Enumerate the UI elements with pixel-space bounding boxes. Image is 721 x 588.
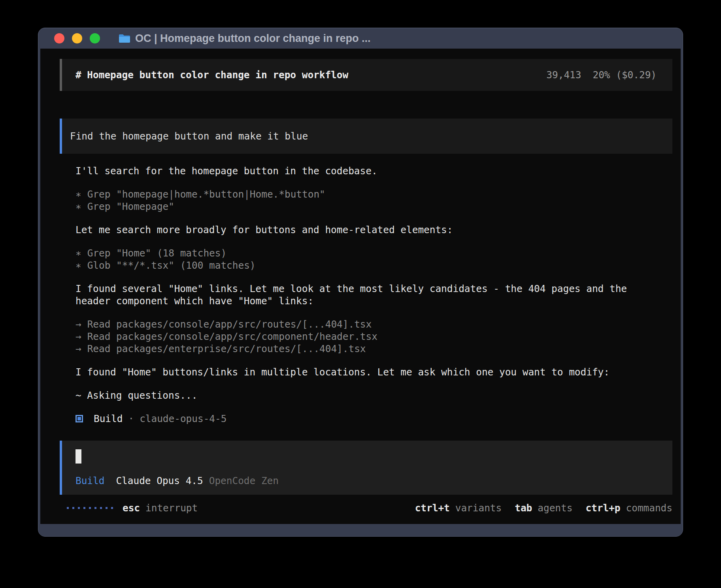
hint-key: esc [123, 502, 140, 514]
status-bar-right: ctrl+t variants tab agents ctrl+p comman… [415, 502, 672, 514]
spinner-dot [106, 507, 108, 509]
tool-call-line: → Read packages/console/app/src/routes/[… [75, 318, 672, 330]
tool-bullet-icon: ∗ [75, 188, 81, 200]
tool-call-line: → Read packages/console/app/src/componen… [75, 330, 672, 343]
tool-call-group: → Read packages/console/app/src/routes/[… [75, 318, 672, 355]
spinner-dots [67, 507, 113, 509]
user-message-text: Find the homepage button and make it blu… [70, 130, 308, 142]
hint-key: tab [515, 502, 532, 514]
close-button[interactable] [54, 33, 64, 43]
agent-mode-label[interactable]: Build [75, 475, 104, 487]
folder-icon [119, 34, 130, 43]
tool-call-text: Glob "**/*.tsx" (100 matches) [87, 259, 256, 271]
session-title: # Homepage button color change in repo w… [75, 69, 348, 81]
assistant-text: I found several "Home" links. Let me loo… [75, 283, 645, 307]
minimize-button[interactable] [72, 33, 82, 43]
tool-call-line: ∗ Grep "Home" (18 matches) [75, 247, 672, 259]
hint-variants: ctrl+t variants [415, 502, 502, 514]
spinner-dot [72, 507, 74, 509]
hint-commands: ctrl+p commands [585, 502, 672, 514]
context-cost: 20% ($0.29) [593, 69, 657, 81]
hint-interrupt: esc interrupt [123, 502, 198, 514]
tool-call-text: Grep "homepage|home.*button|Home.*button… [87, 188, 325, 200]
tool-call-text: Read packages/enterprise/src/routes/[...… [87, 343, 366, 355]
tool-call-line: ∗ Glob "**/*.tsx" (100 matches) [75, 259, 672, 271]
user-message: Find the homepage button and make it blu… [60, 119, 672, 154]
terminal-window: OC | Homepage button color change in rep… [38, 28, 683, 537]
desktop: OC | Homepage button color change in rep… [0, 0, 721, 588]
tool-call-group: ∗ Grep "homepage|home.*button|Home.*butt… [75, 188, 672, 213]
input-footer: Build Claude Opus 4.5 OpenCode Zen [75, 475, 664, 487]
tool-call-text: Grep "Homepage" [87, 200, 174, 213]
spinner-dot [67, 507, 69, 509]
hint-label: commands [626, 502, 672, 514]
arrow-right-icon: → [75, 343, 81, 355]
spinner-dot [94, 507, 96, 509]
assistant-text: Let me search more broadly for buttons a… [75, 224, 672, 236]
tool-bullet-icon: ∗ [75, 200, 81, 213]
terminal-content: # Homepage button color change in repo w… [40, 49, 681, 524]
traffic-lights [54, 33, 100, 43]
session-header: # Homepage button color change in repo w… [60, 59, 672, 91]
arrow-right-icon: → [75, 330, 81, 343]
agent-status: Build · claude-opus-4-5 [75, 413, 672, 425]
spinner-dot [78, 507, 80, 509]
hint-label: agents [538, 502, 572, 514]
agent-name: Build [94, 413, 123, 425]
dot-separator: · [128, 413, 134, 425]
spinner-dot [89, 507, 91, 509]
tool-call-line: ∗ Grep "Homepage" [75, 200, 672, 213]
text-cursor [75, 449, 81, 464]
titlebar[interactable]: OC | Homepage button color change in rep… [38, 28, 683, 49]
assistant-status-text: ~ Asking questions... [75, 389, 672, 401]
tool-call-line: → Read packages/enterprise/src/routes/[.… [75, 343, 672, 355]
prompt-input[interactable]: Build Claude Opus 4.5 OpenCode Zen [60, 441, 672, 495]
tool-call-text: Read packages/console/app/src/component/… [87, 330, 377, 343]
agent-model: claude-opus-4-5 [140, 413, 226, 425]
model-label[interactable]: Claude Opus 4.5 [116, 475, 203, 487]
tool-call-group: ∗ Grep "Home" (18 matches) ∗ Glob "**/*.… [75, 247, 672, 271]
tool-call-text: Grep "Home" (18 matches) [87, 247, 226, 259]
hint-label: interrupt [145, 502, 198, 514]
agent-mode-icon [75, 415, 83, 422]
spinner-dot [100, 507, 102, 509]
provider-label: OpenCode Zen [209, 475, 279, 487]
spinner-dot [83, 507, 85, 509]
hint-label: variants [455, 502, 502, 514]
tool-call-line: ∗ Grep "homepage|home.*button|Home.*butt… [75, 188, 672, 200]
tool-bullet-icon: ∗ [75, 247, 81, 259]
window-bottom-frame [38, 524, 683, 536]
assistant-text: I'll search for the homepage button in t… [75, 165, 672, 177]
token-count: 39,413 [546, 69, 581, 81]
tool-call-text: Read packages/console/app/src/routes/[..… [87, 318, 372, 330]
hint-key: ctrl+p [585, 502, 620, 514]
zoom-button[interactable] [90, 33, 100, 43]
spinner-dot [111, 507, 113, 509]
hint-agents: tab agents [515, 502, 572, 514]
assistant-text: I found "Home" buttons/links in multiple… [75, 366, 672, 378]
hint-key: ctrl+t [415, 502, 450, 514]
window-title: OC | Homepage button color change in rep… [135, 32, 371, 45]
arrow-right-icon: → [75, 318, 81, 330]
session-stats: 39,413 20% ($0.29) [546, 69, 657, 81]
status-bar: esc interrupt ctrl+t variants tab agents… [67, 502, 672, 514]
tool-bullet-icon: ∗ [75, 259, 81, 271]
